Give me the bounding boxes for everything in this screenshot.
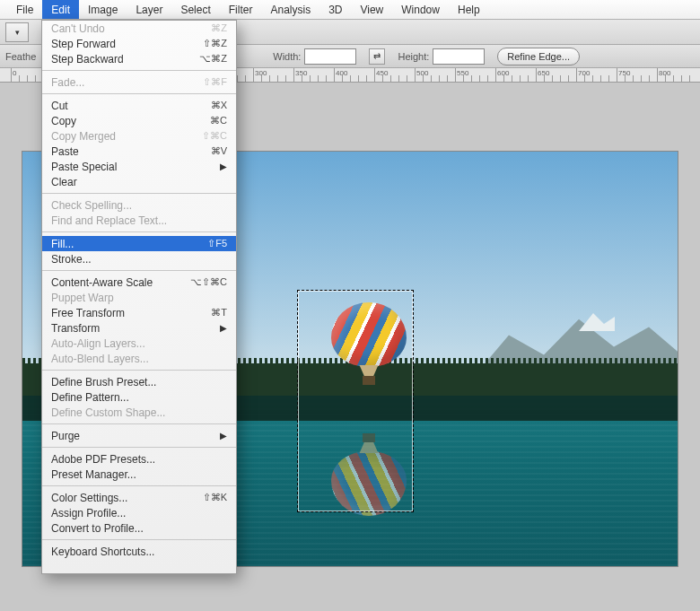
- menu-item-fill[interactable]: Fill...⇧F5: [42, 236, 236, 251]
- ruler-tick-label: 0: [13, 69, 16, 77]
- menu-item-step-forward[interactable]: Step Forward⇧⌘Z: [42, 36, 236, 51]
- menu-item-shortcut: ⌘C: [210, 115, 227, 127]
- menu-item-label: Fill...: [51, 238, 74, 250]
- menu-item-label: Check Spelling...: [51, 199, 132, 212]
- menu-item-label: Assign Profile...: [51, 507, 126, 519]
- tool-preset-picker[interactable]: ▾: [5, 22, 29, 42]
- refine-edge-button[interactable]: Refine Edge...: [497, 48, 580, 65]
- menu-image[interactable]: Image: [79, 0, 127, 19]
- menu-item-label: Paste: [51, 145, 79, 158]
- selection-marquee[interactable]: [297, 290, 414, 512]
- menu-item-shortcut: ⇧⌘K: [203, 492, 227, 503]
- menu-item-label: Copy Merged: [51, 130, 116, 143]
- menu-filter[interactable]: Filter: [220, 0, 262, 19]
- menu-item-label: Step Backward: [51, 53, 124, 65]
- menu-item-label: Define Brush Preset...: [51, 376, 156, 388]
- menu-item-paste-special[interactable]: Paste Special▶: [42, 159, 236, 174]
- menu-file[interactable]: File: [7, 0, 42, 19]
- feather-label: Feathe: [5, 51, 36, 62]
- menu-item-label: Clear: [51, 176, 77, 188]
- menu-item-label: Free Transform: [51, 307, 125, 319]
- menu-item-shortcut: ⌘X: [211, 100, 227, 111]
- menu-layer[interactable]: Layer: [127, 0, 171, 19]
- submenu-arrow-icon: ▶: [220, 161, 227, 171]
- menu-item-label: Paste Special: [51, 161, 117, 173]
- menu-item-label: Convert to Profile...: [51, 522, 144, 535]
- menu-item-label: Define Custom Shape...: [51, 406, 165, 419]
- menu-item-cut[interactable]: Cut⌘X: [42, 98, 236, 113]
- menu-3d[interactable]: 3D: [319, 0, 351, 19]
- menu-item-label: Adobe PDF Presets...: [51, 453, 155, 466]
- menu-item-auto-align-layers: Auto-Align Layers...: [42, 336, 236, 351]
- swap-dimensions-icon[interactable]: ⇄: [369, 48, 385, 65]
- menu-item-transform[interactable]: Transform▶: [42, 320, 236, 336]
- menu-item-assign-profile[interactable]: Assign Profile...: [42, 505, 236, 520]
- menubar: FileEditImageLayerSelectFilterAnalysis3D…: [0, 0, 700, 20]
- menu-item-label: Fade...: [51, 76, 84, 89]
- menu-item-keyboard-shortcuts[interactable]: Keyboard Shortcuts...: [42, 544, 236, 559]
- menu-item-shortcut: ⌘V: [211, 145, 227, 157]
- menu-item-shortcut: ⇧F5: [207, 238, 227, 249]
- menu-item-label: Transform: [51, 322, 100, 335]
- menu-item-label: Can't Undo: [51, 22, 105, 35]
- menu-item-adobe-pdf-presets[interactable]: Adobe PDF Presets...: [42, 451, 236, 467]
- menu-item-content-aware-scale[interactable]: Content-Aware Scale⌥⇧⌘C: [42, 275, 236, 290]
- menu-item-step-backward[interactable]: Step Backward⌥⌘Z: [42, 51, 236, 66]
- menu-item-label: Purge: [51, 430, 80, 442]
- menu-item-define-custom-shape: Define Custom Shape...: [42, 405, 236, 420]
- width-input[interactable]: [304, 48, 356, 65]
- menu-item-label: Stroke...: [51, 253, 92, 266]
- menu-item-define-brush-preset[interactable]: Define Brush Preset...: [42, 374, 236, 389]
- menu-item-label: Puppet Warp: [51, 292, 114, 304]
- menu-item-shortcut: ⌘T: [211, 307, 227, 319]
- menu-item-paste[interactable]: Paste⌘V: [42, 144, 236, 159]
- menu-item-color-settings[interactable]: Color Settings...⇧⌘K: [42, 490, 236, 505]
- menu-item-label: Keyboard Shortcuts...: [51, 546, 154, 558]
- chevron-down-icon: ▾: [15, 28, 20, 37]
- menu-item-can-t-undo: Can't Undo⌘Z: [42, 21, 236, 36]
- menu-item-shortcut: ⇧⌘Z: [203, 38, 227, 49]
- menu-view[interactable]: View: [351, 0, 392, 19]
- menu-edit[interactable]: Edit: [42, 0, 79, 19]
- height-label: Height:: [398, 51, 429, 62]
- menu-item-free-transform[interactable]: Free Transform⌘T: [42, 305, 236, 320]
- menu-select[interactable]: Select: [171, 0, 219, 19]
- menu-analysis[interactable]: Analysis: [261, 0, 319, 19]
- menu-item-shortcut: ⌥⇧⌘C: [190, 276, 227, 288]
- height-input[interactable]: [433, 48, 485, 65]
- menu-item-auto-blend-layers: Auto-Blend Layers...: [42, 351, 236, 366]
- menu-item-define-pattern[interactable]: Define Pattern...: [42, 389, 236, 405]
- menu-item-label: Content-Aware Scale: [51, 276, 153, 289]
- menu-window[interactable]: Window: [392, 0, 449, 19]
- width-label: Width:: [273, 51, 301, 62]
- menu-help[interactable]: Help: [449, 0, 489, 19]
- menu-item-label: Cut: [51, 100, 68, 112]
- menu-item-label: Auto-Blend Layers...: [51, 353, 149, 365]
- menu-item-copy[interactable]: Copy⌘C: [42, 113, 236, 128]
- menu-item-label: Color Settings...: [51, 492, 127, 504]
- menu-item-purge[interactable]: Purge▶: [42, 428, 236, 443]
- menu-item-label: Auto-Align Layers...: [51, 337, 145, 350]
- menu-item-shortcut: ⇧⌘F: [203, 76, 227, 88]
- menu-item-fade: Fade...⇧⌘F: [42, 74, 236, 90]
- menu-item-label: Step Forward: [51, 38, 116, 50]
- edit-menu-dropdown: Can't Undo⌘ZStep Forward⇧⌘ZStep Backward…: [41, 20, 237, 574]
- menu-item-preset-manager[interactable]: Preset Manager...: [42, 467, 236, 482]
- menu-item-check-spelling: Check Spelling...: [42, 197, 236, 213]
- menu-item-label: Copy: [51, 115, 76, 127]
- menu-item-shortcut: ⌥⌘Z: [199, 53, 227, 65]
- submenu-arrow-icon: ▶: [220, 431, 227, 441]
- menu-item-label: Find and Replace Text...: [51, 214, 167, 227]
- menu-item-copy-merged: Copy Merged⇧⌘C: [42, 128, 236, 144]
- menu-item-convert-to-profile[interactable]: Convert to Profile...: [42, 520, 236, 536]
- menu-item-stroke[interactable]: Stroke...: [42, 251, 236, 266]
- menu-item-label: Define Pattern...: [51, 391, 129, 404]
- menu-item-shortcut: ⌘Z: [211, 22, 227, 34]
- submenu-arrow-icon: ▶: [220, 323, 227, 333]
- menu-item-puppet-warp: Puppet Warp: [42, 290, 236, 305]
- menu-item-label: Preset Manager...: [51, 468, 136, 481]
- menu-item-clear[interactable]: Clear: [42, 174, 236, 189]
- menu-item-find-and-replace-text: Find and Replace Text...: [42, 213, 236, 228]
- menu-item-shortcut: ⇧⌘C: [202, 130, 227, 142]
